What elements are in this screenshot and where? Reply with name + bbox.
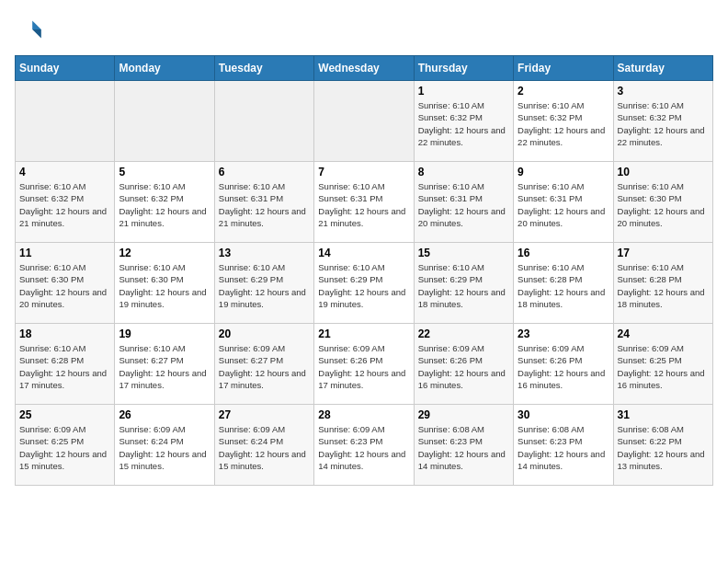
day-number: 4 <box>19 166 110 178</box>
day-cell: 31Sunrise: 6:08 AM Sunset: 6:22 PM Dayli… <box>613 405 712 486</box>
day-info: Sunrise: 6:10 AM Sunset: 6:29 PM Dayligh… <box>418 261 509 310</box>
day-cell: 28Sunrise: 6:09 AM Sunset: 6:23 PM Dayli… <box>314 405 414 486</box>
day-info: Sunrise: 6:10 AM Sunset: 6:31 PM Dayligh… <box>518 180 609 229</box>
day-info: Sunrise: 6:10 AM Sunset: 6:28 PM Dayligh… <box>19 342 110 391</box>
day-header-thursday: Thursday <box>414 56 513 81</box>
day-info: Sunrise: 6:10 AM Sunset: 6:32 PM Dayligh… <box>119 180 210 229</box>
day-cell: 6Sunrise: 6:10 AM Sunset: 6:31 PM Daylig… <box>214 162 313 243</box>
day-cell: 8Sunrise: 6:10 AM Sunset: 6:31 PM Daylig… <box>414 162 513 243</box>
day-number: 23 <box>518 327 609 340</box>
day-info: Sunrise: 6:09 AM Sunset: 6:27 PM Dayligh… <box>219 342 310 391</box>
day-cell: 13Sunrise: 6:10 AM Sunset: 6:29 PM Dayli… <box>214 243 313 324</box>
day-number: 18 <box>19 327 110 340</box>
week-row-1: 1Sunrise: 6:10 AM Sunset: 6:32 PM Daylig… <box>16 81 713 162</box>
day-cell: 21Sunrise: 6:09 AM Sunset: 6:26 PM Dayli… <box>314 324 414 405</box>
day-cell <box>16 81 115 162</box>
day-number: 11 <box>19 247 110 259</box>
day-number: 12 <box>119 247 210 259</box>
day-info: Sunrise: 6:09 AM Sunset: 6:25 PM Dayligh… <box>618 342 709 391</box>
day-info: Sunrise: 6:09 AM Sunset: 6:26 PM Dayligh… <box>318 342 409 391</box>
day-cell: 15Sunrise: 6:10 AM Sunset: 6:29 PM Dayli… <box>414 243 513 324</box>
day-cell <box>214 81 313 162</box>
day-cell: 22Sunrise: 6:09 AM Sunset: 6:26 PM Dayli… <box>414 324 513 405</box>
day-cell: 18Sunrise: 6:10 AM Sunset: 6:28 PM Dayli… <box>16 324 115 405</box>
day-header-wednesday: Wednesday <box>314 56 414 81</box>
day-cell: 11Sunrise: 6:10 AM Sunset: 6:30 PM Dayli… <box>16 243 115 324</box>
day-cell: 25Sunrise: 6:09 AM Sunset: 6:25 PM Dayli… <box>16 405 115 486</box>
day-cell <box>115 81 214 162</box>
week-row-2: 4Sunrise: 6:10 AM Sunset: 6:32 PM Daylig… <box>16 162 713 243</box>
day-header-sunday: Sunday <box>16 56 115 81</box>
day-info: Sunrise: 6:08 AM Sunset: 6:22 PM Dayligh… <box>618 423 709 472</box>
day-number: 17 <box>618 247 709 259</box>
day-number: 16 <box>518 247 609 259</box>
day-number: 19 <box>119 327 210 340</box>
day-number: 13 <box>219 247 310 259</box>
day-number: 15 <box>418 247 509 259</box>
day-cell: 1Sunrise: 6:10 AM Sunset: 6:32 PM Daylig… <box>414 81 513 162</box>
day-cell: 7Sunrise: 6:10 AM Sunset: 6:31 PM Daylig… <box>314 162 414 243</box>
day-info: Sunrise: 6:08 AM Sunset: 6:23 PM Dayligh… <box>418 423 509 472</box>
day-number: 1 <box>418 85 509 98</box>
svg-marker-1 <box>32 29 41 39</box>
day-number: 7 <box>318 166 409 178</box>
day-info: Sunrise: 6:10 AM Sunset: 6:28 PM Dayligh… <box>618 261 709 310</box>
day-info: Sunrise: 6:10 AM Sunset: 6:27 PM Dayligh… <box>119 342 210 391</box>
day-number: 6 <box>219 166 310 178</box>
day-info: Sunrise: 6:10 AM Sunset: 6:32 PM Dayligh… <box>518 99 609 148</box>
day-cell: 9Sunrise: 6:10 AM Sunset: 6:31 PM Daylig… <box>514 162 613 243</box>
day-number: 26 <box>119 408 210 421</box>
day-info: Sunrise: 6:09 AM Sunset: 6:25 PM Dayligh… <box>19 423 110 472</box>
day-number: 5 <box>119 166 210 178</box>
day-info: Sunrise: 6:10 AM Sunset: 6:28 PM Dayligh… <box>518 261 609 310</box>
week-row-5: 25Sunrise: 6:09 AM Sunset: 6:25 PM Dayli… <box>16 405 713 486</box>
day-info: Sunrise: 6:09 AM Sunset: 6:24 PM Dayligh… <box>119 423 210 472</box>
day-cell: 17Sunrise: 6:10 AM Sunset: 6:28 PM Dayli… <box>613 243 712 324</box>
day-number: 14 <box>318 247 409 259</box>
day-info: Sunrise: 6:10 AM Sunset: 6:30 PM Dayligh… <box>19 261 110 310</box>
day-header-saturday: Saturday <box>613 56 712 81</box>
day-cell: 14Sunrise: 6:10 AM Sunset: 6:29 PM Dayli… <box>314 243 414 324</box>
day-cell: 26Sunrise: 6:09 AM Sunset: 6:24 PM Dayli… <box>115 405 214 486</box>
day-cell: 4Sunrise: 6:10 AM Sunset: 6:32 PM Daylig… <box>16 162 115 243</box>
day-info: Sunrise: 6:09 AM Sunset: 6:26 PM Dayligh… <box>518 342 609 391</box>
week-row-4: 18Sunrise: 6:10 AM Sunset: 6:28 PM Dayli… <box>16 324 713 405</box>
day-number: 25 <box>19 408 110 421</box>
week-row-3: 11Sunrise: 6:10 AM Sunset: 6:30 PM Dayli… <box>16 243 713 324</box>
day-info: Sunrise: 6:10 AM Sunset: 6:31 PM Dayligh… <box>418 180 509 229</box>
calendar-table: SundayMondayTuesdayWednesdayThursdayFrid… <box>15 55 713 486</box>
day-cell: 24Sunrise: 6:09 AM Sunset: 6:25 PM Dayli… <box>613 324 712 405</box>
day-info: Sunrise: 6:10 AM Sunset: 6:30 PM Dayligh… <box>119 261 210 310</box>
day-number: 3 <box>618 85 709 98</box>
day-info: Sunrise: 6:09 AM Sunset: 6:24 PM Dayligh… <box>219 423 310 472</box>
day-number: 10 <box>618 166 709 178</box>
day-cell: 5Sunrise: 6:10 AM Sunset: 6:32 PM Daylig… <box>115 162 214 243</box>
logo-icon <box>15 15 44 44</box>
day-header-monday: Monday <box>115 56 214 81</box>
day-cell <box>314 81 414 162</box>
day-number: 24 <box>618 327 709 340</box>
day-number: 8 <box>418 166 509 178</box>
day-info: Sunrise: 6:08 AM Sunset: 6:23 PM Dayligh… <box>518 423 609 472</box>
day-header-tuesday: Tuesday <box>214 56 313 81</box>
day-info: Sunrise: 6:10 AM Sunset: 6:30 PM Dayligh… <box>618 180 709 229</box>
day-cell: 2Sunrise: 6:10 AM Sunset: 6:32 PM Daylig… <box>514 81 613 162</box>
page-header <box>15 15 713 44</box>
day-cell: 19Sunrise: 6:10 AM Sunset: 6:27 PM Dayli… <box>115 324 214 405</box>
day-info: Sunrise: 6:10 AM Sunset: 6:31 PM Dayligh… <box>219 180 310 229</box>
day-cell: 23Sunrise: 6:09 AM Sunset: 6:26 PM Dayli… <box>514 324 613 405</box>
day-info: Sunrise: 6:09 AM Sunset: 6:23 PM Dayligh… <box>318 423 409 472</box>
day-number: 9 <box>518 166 609 178</box>
logo <box>15 15 48 44</box>
day-info: Sunrise: 6:10 AM Sunset: 6:32 PM Dayligh… <box>418 99 509 148</box>
day-cell: 16Sunrise: 6:10 AM Sunset: 6:28 PM Dayli… <box>514 243 613 324</box>
day-number: 30 <box>518 408 609 421</box>
day-number: 21 <box>318 327 409 340</box>
day-cell: 12Sunrise: 6:10 AM Sunset: 6:30 PM Dayli… <box>115 243 214 324</box>
day-info: Sunrise: 6:10 AM Sunset: 6:31 PM Dayligh… <box>318 180 409 229</box>
day-info: Sunrise: 6:10 AM Sunset: 6:29 PM Dayligh… <box>219 261 310 310</box>
day-cell: 29Sunrise: 6:08 AM Sunset: 6:23 PM Dayli… <box>414 405 513 486</box>
svg-marker-0 <box>32 20 41 29</box>
day-number: 29 <box>418 408 509 421</box>
day-number: 22 <box>418 327 509 340</box>
